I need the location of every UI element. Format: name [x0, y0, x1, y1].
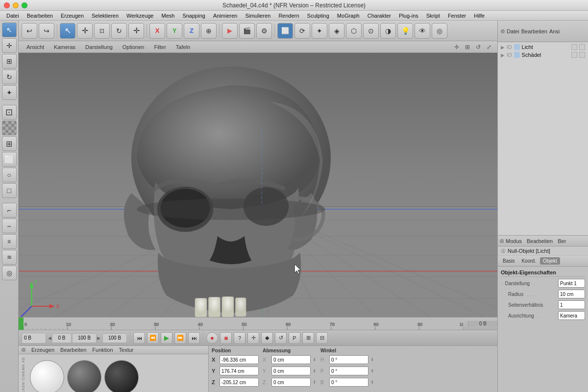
move-keys-button[interactable]: ✛	[247, 332, 259, 344]
seitenverhaeltnis-value[interactable]: 1	[558, 300, 585, 309]
z-dim-value[interactable]: 0 cm	[271, 378, 311, 387]
maximize-button[interactable]	[22, 2, 27, 8]
menu-charakter[interactable]: Charakter	[364, 12, 394, 19]
cube-obj-button[interactable]: ⬜	[277, 23, 293, 39]
poly-tool-button[interactable]: ✦	[2, 85, 17, 100]
tab-funktion[interactable]: Funktion	[92, 346, 113, 354]
skip-start-button[interactable]: ⏮	[133, 332, 145, 344]
object7-button[interactable]: ◑	[380, 23, 396, 39]
grid-button[interactable]: ⊞	[2, 136, 17, 151]
menu-fenster[interactable]: Fenster	[444, 12, 469, 19]
x-pos-value[interactable]: -96.336 cm	[220, 355, 259, 364]
next-frame-button[interactable]: ⏩	[174, 332, 186, 344]
preview-frame-input[interactable]: 100 B	[72, 333, 97, 343]
menu-datei[interactable]: Datei	[3, 12, 23, 19]
objekt-tab[interactable]: Objekt	[540, 257, 560, 265]
angle-tool[interactable]: ⌐	[2, 203, 17, 218]
scale-tool-button[interactable]: ⊞	[2, 54, 17, 69]
sphere-tool[interactable]: ○	[2, 168, 17, 182]
schaedel-visibility-icon[interactable]	[571, 52, 577, 58]
tab-filter[interactable]: Filter	[150, 43, 170, 51]
loop-button2[interactable]: ↺	[275, 332, 287, 344]
viewport-icon-zoom[interactable]: ↺	[474, 43, 483, 51]
bearbeiten-label[interactable]: Bearbeiten	[527, 238, 553, 244]
extra-button[interactable]: ⊟	[316, 332, 328, 344]
menu-rendern[interactable]: Rendern	[275, 12, 302, 19]
render-button[interactable]: 🎬	[239, 23, 255, 39]
radius-value[interactable]: 10 cm	[558, 290, 585, 298]
render-region-button[interactable]: ▶	[222, 23, 238, 39]
render-settings-button[interactable]: ⚙	[256, 23, 272, 39]
menu-werkzeuge[interactable]: Werkzeuge	[123, 12, 157, 19]
z-pos-value[interactable]: -205.12 cm	[220, 378, 259, 387]
light-button[interactable]: 💡	[397, 23, 413, 39]
checker-button[interactable]	[2, 121, 17, 135]
skip-end-button[interactable]: ⏭	[188, 332, 200, 344]
object3-button[interactable]: ✦	[312, 23, 327, 39]
tab-tafeln[interactable]: Tafeln	[172, 43, 194, 51]
viewport-3d[interactable]: Zentralperspektive	[19, 53, 497, 317]
right-ansi-menu[interactable]: Ansi	[549, 28, 560, 34]
undo-button[interactable]: ↩	[22, 23, 37, 39]
menu-simulieren[interactable]: Simulieren	[242, 12, 274, 19]
render-anim-button[interactable]: ⊞	[302, 332, 314, 344]
tab-darstellung[interactable]: Darstellung	[81, 43, 117, 51]
world-axis-button[interactable]: ⊕	[201, 23, 217, 39]
circle-tool[interactable]: ◎	[2, 266, 17, 280]
box-tool[interactable]: □	[2, 183, 17, 198]
redo-button[interactable]: ↪	[39, 23, 54, 39]
brush-tool[interactable]: ⌢	[2, 219, 17, 233]
end-frame-input[interactable]: 100 B	[102, 333, 127, 343]
object4-button[interactable]: ◈	[329, 23, 344, 39]
material-ball-white[interactable]	[30, 360, 64, 392]
menu-plugins[interactable]: Plug-ins	[395, 12, 422, 19]
scene-tree-item-schaedel[interactable]: ▶ IO Schädel	[499, 51, 587, 59]
cursor-button[interactable]: ↖	[60, 23, 75, 39]
menu-animieren[interactable]: Animieren	[210, 12, 241, 19]
menu-sculpting[interactable]: Sculpting	[304, 12, 333, 19]
schaedel-lock-icon[interactable]	[579, 52, 585, 58]
prev-frame-button[interactable]: ⏪	[147, 332, 159, 344]
licht-visibility-icon[interactable]	[571, 44, 577, 50]
view1-button[interactable]: ⊡	[2, 105, 17, 120]
menu-mesh[interactable]: Mesh	[158, 12, 178, 19]
tab-erzeugen[interactable]: Erzeugen	[31, 346, 54, 354]
axis-z-button[interactable]: Z	[184, 23, 199, 39]
menu-skript[interactable]: Skript	[423, 12, 443, 19]
current-frame-input[interactable]: 0 B	[22, 333, 46, 343]
loop-button[interactable]: ⟳	[294, 23, 310, 39]
viewport-icon-max[interactable]: ⤢	[485, 43, 493, 51]
object5-button[interactable]: ⬡	[346, 23, 362, 39]
start-frame-input[interactable]: 0 B	[52, 333, 72, 343]
minimize-button[interactable]	[13, 2, 19, 8]
axis-y-button[interactable]: Y	[167, 23, 182, 39]
eyes-button[interactable]: ◎	[432, 23, 447, 39]
h-angle-value[interactable]: 0 °	[329, 355, 368, 364]
tab-optionen[interactable]: Optionen	[119, 43, 148, 51]
material-ball-gray[interactable]	[67, 360, 101, 392]
scale-button[interactable]: ⊡	[94, 23, 110, 39]
darstellung-value[interactable]: Punkt 1	[558, 279, 585, 288]
auto-key-button[interactable]: ⏺	[220, 332, 232, 344]
material-ball-dark[interactable]	[104, 360, 139, 392]
select-tool-button[interactable]: ↖	[2, 23, 17, 37]
ausrichtung-value[interactable]: Kamera	[558, 311, 585, 320]
menu-hilfe[interactable]: Hilfe	[470, 12, 488, 19]
y-dim-value[interactable]: 0 cm	[271, 367, 311, 375]
axis-x-button[interactable]: X	[149, 23, 165, 39]
menu-erzeugen[interactable]: Erzeugen	[57, 12, 87, 19]
basis-tab[interactable]: Basis	[500, 257, 517, 265]
menu-bearbeiten[interactable]: Bearbeiten	[24, 12, 56, 19]
move-tool-button[interactable]: ✛	[2, 38, 17, 53]
close-button[interactable]	[4, 2, 10, 8]
record-button[interactable]: ●	[206, 332, 218, 344]
window-controls[interactable]	[4, 2, 27, 8]
object6-button[interactable]: ⊙	[363, 23, 379, 39]
y-pos-value[interactable]: 176.74 cm	[220, 367, 259, 375]
motion-button[interactable]: ?	[234, 332, 245, 344]
layer-tool[interactable]: ≡	[2, 234, 17, 249]
move-button[interactable]: ✛	[77, 23, 93, 39]
scene-tree-item-licht[interactable]: ▶ IO Licht	[499, 43, 587, 51]
tab-bearbeiten[interactable]: Bearbeiten	[60, 346, 86, 354]
rotate-button[interactable]: ↻	[111, 23, 127, 39]
